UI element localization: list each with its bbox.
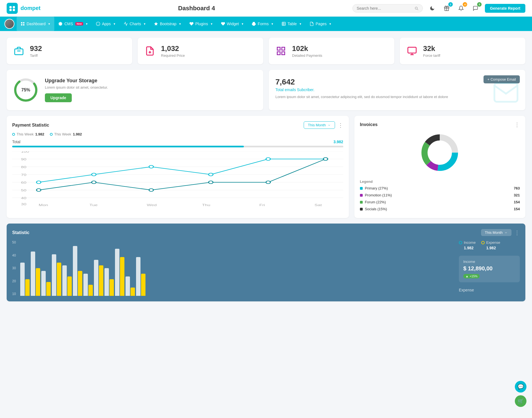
svg-text:90: 90: [21, 158, 26, 161]
nav-label-plugins: Plugins: [195, 22, 208, 26]
legend-label-forum: Forum (22%): [360, 200, 386, 204]
legend-text-socials: Socials (15%): [365, 207, 387, 211]
new-badge: New: [75, 22, 83, 25]
gift-icon[interactable]: 2: [442, 3, 452, 13]
gear-icon: [58, 22, 63, 26]
legend-row: This Week 1.982 This Week 1.982: [12, 132, 343, 136]
statistic-body: 50 40 30 20 10: [12, 240, 520, 296]
payment-title: Payment Statistic: [12, 123, 49, 128]
stat-card-tariff: 932 Tariff: [7, 38, 132, 64]
legend-dot-0: [12, 133, 15, 136]
nav-arrow-charts: ▼: [143, 22, 146, 25]
detailed-payments-value: 102k: [292, 44, 322, 53]
legend-label-0: This Week: [17, 132, 34, 136]
total-row: Total 3.982: [12, 140, 343, 144]
nav-item-forms[interactable]: Forms ▼: [248, 17, 278, 31]
statistic-filter-label: This Month: [485, 230, 503, 235]
tariff-value: 932: [30, 44, 42, 53]
heart-icon-widget: [221, 22, 225, 26]
nav-item-widget[interactable]: Widget ▼: [217, 17, 248, 31]
more-options-button[interactable]: ⋮: [338, 122, 343, 129]
income-radio[interactable]: Income: [459, 240, 476, 245]
invoices-title: Invoices ⋮: [360, 121, 520, 128]
legend-item-promotion: Promotion (11%) 321: [360, 192, 520, 199]
legend-item-socials: Socials (15%) 154: [360, 206, 520, 212]
stat-cards: 932 Tariff 1,032 Required Price 102k Det…: [7, 38, 525, 64]
statistic-more-button[interactable]: ⋮: [514, 229, 520, 236]
invoices-more-button[interactable]: ⋮: [514, 121, 520, 128]
nav-item-cms[interactable]: CMS New ▼: [54, 17, 92, 31]
nav-label-pages: Pages: [316, 22, 327, 26]
bar-group-6: [83, 274, 93, 296]
legend-text-primary: Primary (27%): [365, 186, 388, 190]
upgrade-button[interactable]: Upgrade: [45, 93, 72, 102]
svg-text:Tue: Tue: [89, 203, 98, 207]
nav-item-bootstrap[interactable]: Bootstrap ▼: [150, 17, 185, 31]
logo-icon: [7, 3, 18, 14]
search-input[interactable]: [357, 6, 412, 11]
bar-group-3: [52, 254, 61, 296]
nav-item-plugins[interactable]: Plugins ▼: [185, 17, 217, 31]
svg-rect-7: [21, 24, 22, 25]
nav-item-apps[interactable]: Apps ▼: [92, 17, 120, 31]
navbar: Dashboard ▼ CMS New ▼ Apps ▼ Charts ▼ Bo…: [0, 17, 532, 31]
income-badge-text: +15%: [470, 275, 477, 278]
bar-yellow-3: [57, 263, 61, 296]
expense-panel-label: Expense: [459, 288, 520, 292]
force-tariff-label: Force tariff: [423, 53, 440, 58]
generate-report-button[interactable]: Generate Report: [485, 4, 525, 13]
bar-group-11: [136, 257, 145, 296]
filter-label: This Month: [308, 123, 326, 127]
y-label-10: 10: [12, 292, 16, 296]
bar-group-0: [20, 263, 30, 296]
legend-item-0: This Week 1.982: [12, 132, 44, 136]
nav-item-dashboard[interactable]: Dashboard ▼: [17, 17, 54, 31]
nav-arrow-bootstrap: ▼: [179, 22, 181, 25]
svg-text:Wed: Wed: [147, 203, 157, 207]
bar-yellow-4: [67, 276, 72, 296]
chevron-down-icon: [328, 124, 331, 127]
bell-icon[interactable]: 12: [456, 3, 466, 13]
legend-count-primary: 763: [514, 186, 520, 190]
main-content: 932 Tariff 1,032 Required Price 102k Det…: [0, 31, 532, 314]
nav-arrow-apps: ▼: [113, 22, 116, 25]
this-month-filter-button[interactable]: This Month: [304, 121, 335, 129]
bar-yellow-5: [78, 271, 82, 296]
line-chart-svg: 100 90 80 70 60 50 40 30 Mon Tue Wed Thu…: [12, 151, 343, 207]
svg-point-49: [37, 181, 41, 184]
theme-toggle[interactable]: [427, 3, 437, 13]
income-expense-toggle: Income 1.982 Expense 1.982: [459, 240, 520, 250]
legend-text-promotion: Promotion (11%): [365, 193, 392, 197]
svg-point-60: [323, 158, 328, 160]
legend-item-1: This Week 1.982: [50, 132, 82, 136]
bar-group-1: [31, 252, 40, 296]
search-box[interactable]: [352, 4, 423, 12]
nav-item-table[interactable]: Table ▼: [278, 17, 306, 31]
required-price-value: 1,032: [161, 44, 185, 53]
nav-avatar: [4, 19, 14, 29]
nav-item-pages[interactable]: Pages ▼: [306, 17, 336, 31]
svg-rect-23: [282, 52, 285, 55]
chat-icon[interactable]: 5: [470, 3, 480, 13]
expense-label-stat: Expense: [486, 240, 500, 245]
bar-white-0: [20, 263, 25, 296]
pages-icon: [310, 22, 314, 26]
svg-rect-13: [282, 22, 285, 25]
bar-group-2: [41, 271, 51, 296]
svg-text:Sat: Sat: [314, 203, 322, 207]
svg-point-52: [209, 173, 213, 176]
invoices-legend: Legend Primary (27%) 763 Promotion (11%)…: [360, 178, 520, 212]
bar-white-7: [94, 260, 98, 296]
nav-item-charts[interactable]: Charts ▼: [120, 17, 150, 31]
expense-radio[interactable]: Expense: [481, 240, 500, 245]
svg-text:30: 30: [21, 202, 26, 206]
nav-label-table: Table: [288, 22, 297, 26]
statistic-month-filter[interactable]: This Month: [481, 229, 511, 236]
total-label: Total: [12, 140, 21, 144]
bar-group-9: [115, 249, 124, 296]
income-toggle: Income 1.982: [459, 240, 476, 250]
legend-label-1: This Week: [54, 132, 71, 136]
legend-label-primary: Primary (27%): [360, 186, 388, 190]
bar-group-10: [126, 276, 135, 296]
email-bg-icon: [489, 79, 523, 107]
